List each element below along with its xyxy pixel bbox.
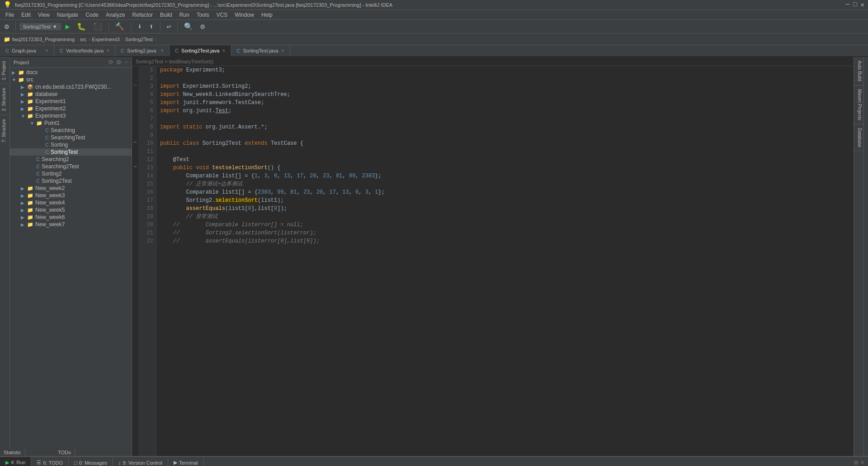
coverage-button[interactable]: ⬛ [90,21,105,32]
tree-item-package[interactable]: ▶ 📦 cn.edu.besti.cs1723.FWQ230... [10,83,132,90]
tree-item-sorting-test[interactable]: C SortingTest [10,148,132,156]
tree-item-docs[interactable]: ▶ 📁 docs [10,69,132,76]
todo-tab-icon: ☰ [37,460,41,466]
vcs-button-1[interactable]: ⬇ [135,21,145,32]
tab-bar: C Graph.java × C VerticeNode.java × C So… [0,45,868,57]
tree-item-database[interactable]: ▶ 📁 database [10,90,132,98]
close-tab-icon-4[interactable]: × [222,48,225,54]
minimize-button[interactable]: ─ [846,1,849,9]
collapse-icon[interactable]: − [124,59,128,66]
maximize-button[interactable]: □ [853,1,857,9]
panel-settings-icon[interactable]: ⚙ [854,459,858,466]
code-line-12: @Test [160,156,850,164]
menu-analyze[interactable]: Analyze [102,10,129,20]
undo-button[interactable]: ↩ [164,21,174,32]
window-title: fwq20172303_Programming [C:\Users\45366\… [15,2,392,8]
tree-item-experiment3[interactable]: ▼ 📁 Experiment3 [10,112,132,119]
tree-item-searching2test[interactable]: C Searching2Test [10,163,132,170]
sync-icon[interactable]: ⟳ [108,59,113,66]
toolbar-separator-4 [160,22,160,31]
menu-file[interactable]: File [2,10,18,20]
panel-close-icon[interactable]: × [861,459,864,466]
path-sep-2: › [89,37,90,42]
bottom-tab-run[interactable]: ▶ 4: Run [0,457,31,466]
tab-sorting-test[interactable]: C SortingTest.java × [231,45,290,56]
code-editor[interactable]: → ↩ ↩ 1 2 3 4 5 6 7 8 9 10 11 [132,66,854,456]
tree-item-new-week6[interactable]: ▶ 📁 New_week6 [10,214,132,221]
tree-item-new-week7[interactable]: ▶ 📁 New_week7 [10,221,132,228]
build-button[interactable]: 🔨 [113,21,127,32]
java-icon: C [5,48,9,53]
vcs-tab-label: 9: Version Control [123,460,162,466]
tree-item-new-week3[interactable]: ▶ 📁 New_week3 [10,192,132,199]
tree-item-new-week2[interactable]: ▶ 📁 New_week2 [10,185,132,192]
editor-scrollbar[interactable] [863,57,868,456]
tree-item-sorting[interactable]: C Sorting [10,141,132,148]
menu-tools[interactable]: Tools [193,10,213,20]
tab-sorting2test[interactable]: C Sorting2Test.java × [170,45,231,56]
todo-bottom-tab[interactable]: TODo [54,449,75,456]
run-button[interactable]: ▶ [63,21,73,32]
menu-vcs[interactable]: VCS [213,10,231,20]
project-panel: Project ⟳ ⚙ − ▶ 📁 docs ▼ 📁 src ▶ 📦 cn.ed… [10,57,132,456]
menu-window[interactable]: Window [231,10,258,20]
vcs-button-2[interactable]: ⬆ [146,21,156,32]
bottom-tab-terminal[interactable]: ▶ Terminal [168,457,204,466]
bottom-tabs: ▶ 4: Run ☰ 6: TODO □ 0: Messages ↕ 9: Ve… [0,457,868,466]
close-tab-icon-2[interactable]: × [106,48,109,54]
run-tab-label: 4: Run [11,460,25,465]
tree-item-experiment1[interactable]: ▶ 📁 Experiment1 [10,98,132,105]
tree-item-src[interactable]: ▼ 📁 src [10,76,132,83]
menu-build[interactable]: Build [156,10,176,20]
settings-icon[interactable]: ⚙ [198,21,208,32]
search-everywhere-icon[interactable]: 🔍 [181,21,196,32]
line-numbers: 1 2 3 4 5 6 7 8 9 10 11 12 13 14 15 16 1… [138,66,156,456]
tab-sorting2[interactable]: C Sorting2.java × [115,45,170,56]
panel-structure-label[interactable]: 2: Structure [0,84,9,115]
close-button[interactable]: ✕ [861,1,864,9]
code-content[interactable]: package Experiment3; import Experiment3.… [156,66,854,456]
panel-project-label[interactable]: 1: Project [0,57,9,84]
bottom-tab-vcs[interactable]: ↕ 9: Version Control [113,457,168,466]
tab-vertice-node[interactable]: C VerticeNode.java × [54,45,115,56]
menu-code[interactable]: Code [82,10,102,20]
tab-graph-java[interactable]: C Graph.java × [0,45,54,56]
path-experiment3[interactable]: Experiment3 [92,37,120,42]
tree-item-searching2[interactable]: C Searching2 [10,156,132,163]
tree-item-point1[interactable]: ▼ 📁 Point1 [10,119,132,127]
tree-item-sorting2test[interactable]: C Sorting2Test [10,177,132,185]
menu-run[interactable]: Run [176,10,193,20]
statistic-label: Statistic [4,450,21,455]
tree-item-new-week4[interactable]: ▶ 📁 New_week4 [10,199,132,206]
panel-auto-build[interactable]: Auto Build [854,57,863,86]
debug-button[interactable]: 🐛 [74,21,89,32]
tree-item-searching-test[interactable]: C SearchingTest [10,134,132,141]
tree-item-sorting2[interactable]: C Sorting2 [10,170,132,177]
panel-maven[interactable]: Maven Projects [854,86,863,124]
menu-edit[interactable]: Edit [18,10,34,20]
menu-navigate[interactable]: Navigate [53,10,82,20]
panel-database[interactable]: Database [854,124,863,152]
run-config-selector[interactable]: Sorting2Test ▼ [19,23,61,30]
menu-view[interactable]: View [34,10,53,20]
run-tab-icon: ▶ [5,460,9,466]
code-line-14: Comparable list[] = {1, 3, 6, 13, 17, 20… [160,172,850,180]
bottom-tab-todo[interactable]: ☰ 6: TODO [31,457,69,466]
menu-help[interactable]: Help [258,10,276,20]
path-src[interactable]: src [80,37,87,42]
path-project[interactable]: fwq20172303_Programming [12,37,75,42]
code-line-6: import org.junit.Test; [160,107,850,115]
gear-icon[interactable]: ⚙ [116,59,122,66]
statistic-tab[interactable]: Statistic [0,449,25,456]
panel-structure-label-2[interactable]: 7: Structure [0,115,9,146]
tree-item-searching[interactable]: C Searching [10,127,132,134]
close-tab-icon-3[interactable]: × [160,48,164,54]
toolbar-icon-1[interactable]: ⚙ [2,21,12,32]
path-file[interactable]: Sorting2Test [125,37,153,42]
close-tab-icon-5[interactable]: × [281,48,284,54]
tree-item-experiment2[interactable]: ▶ 📁 Experiment2 [10,105,132,112]
close-tab-icon[interactable]: × [45,48,48,54]
bottom-tab-messages[interactable]: □ 0: Messages [69,457,113,466]
menu-refactor[interactable]: Refactor [129,10,156,20]
tree-item-new-week5[interactable]: ▶ 📁 New_week5 [10,206,132,214]
